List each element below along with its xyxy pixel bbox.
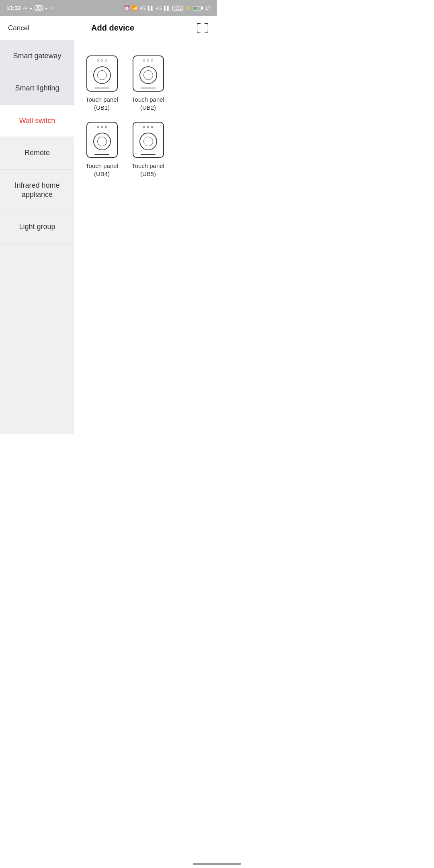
dot2 bbox=[101, 126, 103, 128]
sidebar-item-smart-lighting[interactable]: Smart lighting bbox=[0, 72, 74, 104]
dots-icon: ··· bbox=[50, 5, 55, 11]
cancel-button[interactable]: Cancel bbox=[8, 24, 29, 32]
dot1 bbox=[143, 126, 145, 128]
page-title: Add device bbox=[91, 23, 134, 33]
status-left: 11:32 ∞ ● JD ● ··· bbox=[6, 5, 55, 11]
panel-bottom-line bbox=[141, 88, 156, 88]
infinity-icon: ∞ bbox=[23, 5, 27, 11]
sidebar-item-wall-switch[interactable]: Wall switch bbox=[0, 105, 74, 137]
signal-4g2-icon: 4G bbox=[156, 6, 162, 10]
device-label-ub4: Touch panel(UB4) bbox=[86, 162, 118, 178]
device-item-ub2[interactable]: Touch panel(UB2) bbox=[127, 52, 169, 115]
panel-dots bbox=[97, 59, 107, 61]
panel-bottom-line bbox=[141, 154, 156, 155]
dot2 bbox=[101, 59, 103, 61]
panel-dial-inner bbox=[97, 137, 107, 146]
dot2 bbox=[147, 126, 149, 128]
device-item-ub1[interactable]: Touch panel(UB1) bbox=[81, 52, 123, 115]
device-grid: Touch panel(UB1) Touch panel(UB2) bbox=[81, 48, 211, 185]
battery-percent: 17 bbox=[205, 5, 211, 11]
device-label-ub5: Touch panel(UB5) bbox=[132, 162, 164, 178]
scan-icon bbox=[197, 23, 208, 33]
sidebar-item-smart-gateway[interactable]: Smart gateway bbox=[0, 40, 74, 72]
panel-dial bbox=[139, 133, 157, 150]
main-layout: Smart gateway Smart lighting Wall switch… bbox=[0, 40, 217, 434]
app-header: Cancel Add device bbox=[0, 16, 217, 40]
device-item-ub5[interactable]: Touch panel(UB5) bbox=[127, 119, 169, 181]
bolt-icon: ⚡ bbox=[185, 5, 191, 11]
category-sidebar: Smart gateway Smart lighting Wall switch… bbox=[0, 40, 74, 434]
panel-dial bbox=[93, 66, 111, 84]
dot1 bbox=[97, 59, 99, 61]
status-right: ⏰ 📶 4G ▌▌ 4G ▌▌ HD2 ⚡ 17 bbox=[124, 5, 211, 11]
panel-dial-inner bbox=[143, 137, 153, 146]
alarm-icon: ⏰ bbox=[124, 5, 130, 11]
hd-icon: HD2 bbox=[172, 6, 183, 11]
device-item-ub4[interactable]: Touch panel(UB4) bbox=[81, 119, 123, 181]
panel-bottom-line bbox=[94, 88, 109, 88]
panel-dial bbox=[93, 133, 111, 150]
panel-dots bbox=[97, 126, 107, 128]
signal2-icon: ▌▌ bbox=[164, 6, 170, 10]
device-icon-ub5 bbox=[133, 122, 164, 158]
sidebar-item-remote[interactable]: Remote bbox=[0, 137, 74, 169]
sidebar-item-light-group[interactable]: Light group bbox=[0, 211, 74, 243]
signal-4g-icon: 4G bbox=[140, 6, 146, 10]
circle-icon2: ● bbox=[45, 6, 47, 10]
device-label-ub2: Touch panel(UB2) bbox=[132, 96, 164, 111]
jd-badge: JD bbox=[35, 5, 43, 11]
signal-icon: ▌▌ bbox=[148, 6, 154, 10]
panel-dial bbox=[139, 66, 157, 84]
panel-dial-inner bbox=[97, 70, 107, 80]
panel-dots bbox=[143, 126, 153, 128]
dot1 bbox=[143, 59, 145, 61]
dot3 bbox=[105, 126, 107, 128]
device-icon-ub1 bbox=[86, 55, 118, 92]
device-icon-ub2 bbox=[133, 55, 164, 92]
device-content-area: Touch panel(UB1) Touch panel(UB2) bbox=[74, 40, 217, 434]
dot2 bbox=[147, 59, 149, 61]
scan-button[interactable] bbox=[196, 23, 209, 34]
dot3 bbox=[151, 126, 153, 128]
wifi-icon: 📶 bbox=[132, 5, 138, 11]
device-icon-ub4 bbox=[86, 122, 118, 158]
status-bar: 11:32 ∞ ● JD ● ··· ⏰ 📶 4G ▌▌ 4G ▌▌ HD2 ⚡… bbox=[0, 0, 217, 16]
battery-indicator bbox=[193, 6, 203, 10]
panel-bottom-line bbox=[94, 154, 109, 155]
dot1 bbox=[97, 126, 99, 128]
sidebar-item-infrared-home[interactable]: Infrared home appliance bbox=[0, 170, 74, 211]
dot3 bbox=[105, 59, 107, 61]
circle-icon: ● bbox=[30, 6, 32, 10]
time-display: 11:32 bbox=[6, 5, 21, 11]
device-label-ub1: Touch panel(UB1) bbox=[86, 96, 118, 111]
dot3 bbox=[151, 59, 153, 61]
panel-dial-inner bbox=[143, 70, 153, 80]
panel-dots bbox=[143, 59, 153, 61]
